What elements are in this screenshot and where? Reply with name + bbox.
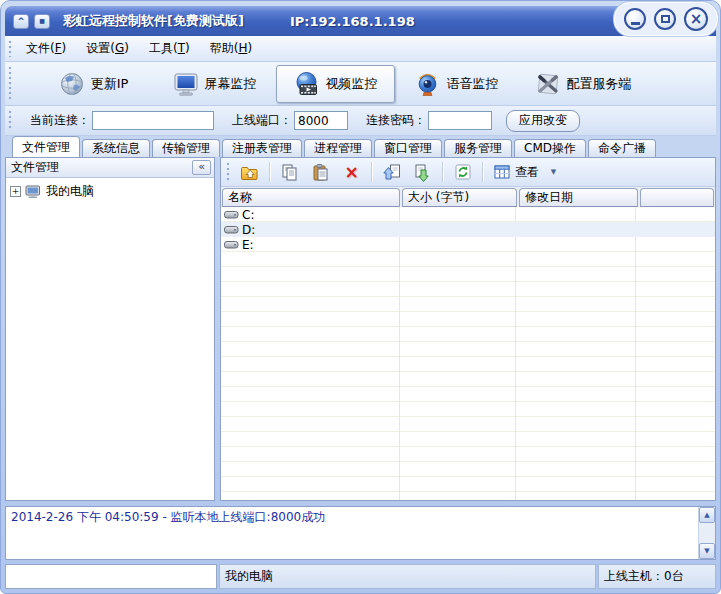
menu-help[interactable]: 帮助(H) xyxy=(200,37,262,60)
menu-file[interactable]: 文件(F) xyxy=(16,37,76,60)
connection-bar: 当前连接： 上线端口： 连接密码： 应用改变 xyxy=(5,106,716,136)
current-connection-label: 当前连接： xyxy=(30,112,90,129)
voice-monitor-button[interactable]: 语音监控 xyxy=(397,65,516,103)
window-controls: × xyxy=(614,2,718,36)
toolbar-separator xyxy=(482,162,483,182)
current-connection-input[interactable] xyxy=(92,111,214,130)
view-button[interactable]: 查看 xyxy=(487,160,546,184)
file-tree: + 我的电脑 xyxy=(6,178,214,500)
button-label: 屏幕监控 xyxy=(205,75,257,93)
paste-icon xyxy=(311,163,330,182)
scroll-down-button[interactable]: ▼ xyxy=(699,543,715,559)
table-row-drive-d[interactable]: D: xyxy=(221,222,715,237)
file-tree-panel: 文件管理 « + 我的电脑 xyxy=(5,157,215,501)
drive-icon xyxy=(224,224,239,235)
download-icon xyxy=(413,163,433,182)
connection-password-label: 连接密码： xyxy=(366,112,426,129)
refresh-icon xyxy=(454,163,472,181)
delete-button[interactable]: × xyxy=(338,160,365,184)
drive-label: E: xyxy=(242,238,254,252)
tree-item-my-computer[interactable]: + 我的电脑 xyxy=(10,183,210,200)
view-dropdown-button[interactable]: ▼ xyxy=(546,160,561,184)
tab-command-broadcast[interactable]: 命令广播 xyxy=(588,139,656,157)
tab-registry-management[interactable]: 注册表管理 xyxy=(222,139,302,157)
tab-transfer-management[interactable]: 传输管理 xyxy=(152,139,220,157)
status-bar: 我的电脑 上线主机：0台 xyxy=(5,564,716,589)
tab-strip: 文件管理 系统信息 传输管理 注册表管理 进程管理 窗口管理 服务管理 CMD操… xyxy=(5,136,716,157)
upload-icon xyxy=(382,163,402,182)
main-area: 文件管理 « + 我的电脑 xyxy=(5,157,716,501)
table-row-drive-e[interactable]: E: xyxy=(221,237,715,252)
file-list-panel: × xyxy=(220,157,716,501)
computer-icon xyxy=(25,185,42,199)
folder-up-icon xyxy=(240,164,259,181)
log-scrollbar[interactable]: ▲ ▼ xyxy=(698,507,715,559)
toolbar-separator xyxy=(371,162,372,182)
tree-panel-header: 文件管理 « xyxy=(6,158,214,178)
scroll-up-icon: ▲ xyxy=(704,511,709,519)
toolbar-separator xyxy=(442,162,443,182)
window-title: 彩虹远程控制软件[免费测试版] xyxy=(63,12,244,30)
table-row-drive-c[interactable]: C: xyxy=(221,207,715,222)
upload-button[interactable] xyxy=(378,160,405,184)
refresh-button[interactable] xyxy=(449,160,476,184)
online-port-label: 上线端口： xyxy=(232,112,292,129)
button-label: 配置服务端 xyxy=(567,75,632,93)
tab-window-management[interactable]: 窗口管理 xyxy=(374,139,442,157)
column-header-extra[interactable] xyxy=(640,188,714,207)
tree-expander[interactable]: + xyxy=(10,186,21,197)
video-monitor-button[interactable]: 视频监控 xyxy=(276,65,395,103)
close-icon: × xyxy=(690,10,703,28)
view-label: 查看 xyxy=(515,164,539,181)
close-button[interactable]: × xyxy=(684,7,708,31)
file-table-header: 名称 大小 (字节) 修改日期 xyxy=(221,187,715,207)
button-label: 语音监控 xyxy=(447,75,499,93)
minimize-icon xyxy=(631,22,640,25)
rollup-icon: ^ xyxy=(17,17,25,26)
app-window: ^ ■ 彩虹远程控制软件[免费测试版] IP:192.168.1.198 × 文… xyxy=(0,0,721,594)
menu-settings[interactable]: 设置(G) xyxy=(76,37,139,60)
monitor-icon xyxy=(173,71,199,97)
tray-button[interactable]: ■ xyxy=(34,14,50,29)
online-port-input[interactable] xyxy=(294,111,348,130)
configure-server-button[interactable]: 配置服务端 xyxy=(518,65,648,103)
copy-icon xyxy=(280,163,299,182)
maximize-icon xyxy=(661,15,670,23)
toolbar-grip xyxy=(8,40,13,57)
main-toolbar: 更新IP 屏幕监控 视频监控 xyxy=(5,62,716,106)
toolbar-separator xyxy=(269,162,270,182)
rollup-button[interactable]: ^ xyxy=(13,14,29,29)
log-entry: 2014-2-26 下午 04:50:59 - 监听本地上线端口:8000成功 xyxy=(6,507,698,559)
title-bar[interactable]: ^ ■ 彩虹远程控制软件[免费测试版] IP:192.168.1.198 × xyxy=(5,6,716,36)
apply-changes-button[interactable]: 应用改变 xyxy=(506,110,580,132)
drive-icon xyxy=(224,239,239,250)
update-ip-button[interactable]: 更新IP xyxy=(34,65,153,103)
column-header-size[interactable]: 大小 (字节) xyxy=(402,188,517,207)
tab-service-management[interactable]: 服务管理 xyxy=(444,139,512,157)
tab-process-management[interactable]: 进程管理 xyxy=(304,139,372,157)
tab-system-info[interactable]: 系统信息 xyxy=(82,139,150,157)
drive-label: D: xyxy=(242,223,255,237)
toolbar-grip xyxy=(8,110,13,131)
column-header-name[interactable]: 名称 xyxy=(222,188,400,207)
paste-button[interactable] xyxy=(307,160,334,184)
status-progress-box xyxy=(5,564,217,589)
tab-cmd-operation[interactable]: CMD操作 xyxy=(514,139,586,157)
collapse-panel-button[interactable]: « xyxy=(192,160,211,175)
download-button[interactable] xyxy=(409,160,436,184)
maximize-button[interactable] xyxy=(654,8,676,30)
menu-bar: 文件(F) 设置(G) 工具(T) 帮助(H) xyxy=(5,36,716,62)
scroll-down-icon: ▼ xyxy=(704,547,709,555)
copy-button[interactable] xyxy=(276,160,303,184)
minimize-button[interactable] xyxy=(624,8,646,30)
folder-up-button[interactable] xyxy=(236,160,263,184)
column-header-date[interactable]: 修改日期 xyxy=(519,188,638,207)
screen-monitor-button[interactable]: 屏幕监控 xyxy=(155,65,274,103)
scroll-up-button[interactable]: ▲ xyxy=(699,507,715,523)
menu-tools[interactable]: 工具(T) xyxy=(139,37,200,60)
connection-password-input[interactable] xyxy=(428,111,492,130)
file-table-body: C: D: E: xyxy=(221,207,715,500)
tab-file-management[interactable]: 文件管理 xyxy=(12,136,80,157)
chevron-down-icon: ▼ xyxy=(551,168,556,176)
video-icon xyxy=(294,71,320,97)
